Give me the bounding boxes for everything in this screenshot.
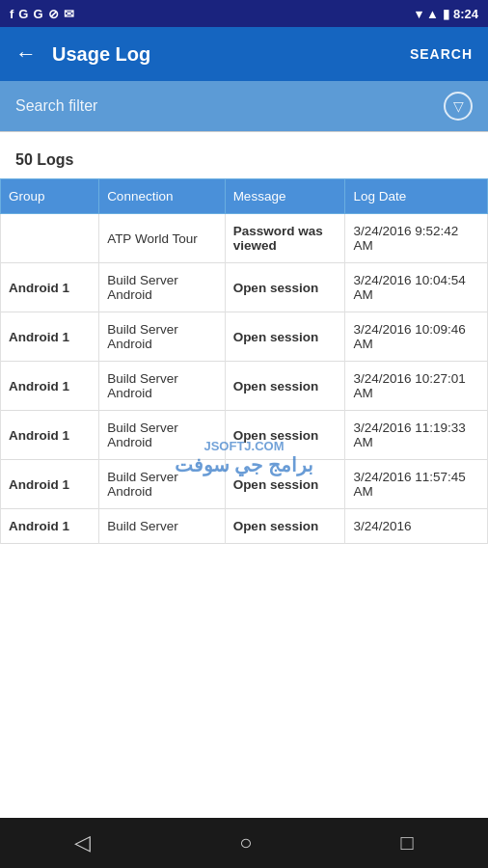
log-table: Group Connection Message Log Date ATP Wo… [0,178,488,544]
cell-connection: Build Server Android [99,411,226,460]
search-filter-bar: Search filter ▽ [0,81,488,131]
cell-connection: Build Server Android [99,460,226,509]
app-bar: ← Usage Log SEARCH [0,27,488,81]
signal-block-icon: ⊘ [48,7,59,21]
search-filter-text[interactable]: Search filter [15,97,444,115]
cell-connection: Build Server Android [99,312,226,362]
page-title: Usage Log [52,43,410,66]
cell-group [1,214,99,263]
cell-logdate: 3/24/2016 11:19:33 AM [345,411,488,460]
cell-message: Open session [225,263,345,312]
cell-logdate: 3/24/2016 11:57:45 AM [345,460,488,509]
email-icon: ✉ [64,7,74,21]
filter-dropdown-icon[interactable]: ▽ [444,92,473,121]
column-message: Message [225,179,345,214]
cell-group: Android 1 [1,509,99,544]
time-display: 8:24 [453,7,478,21]
bottom-navigation: ◁ ○ □ [0,818,488,868]
cell-logdate: 3/24/2016 10:09:46 AM [345,312,488,362]
table-body: ATP World TourPassword was viewed3/24/20… [1,214,488,544]
chevron-down-icon: ▽ [453,98,464,114]
column-group: Group [1,179,99,214]
search-button[interactable]: SEARCH [410,46,473,62]
cell-logdate: 3/24/2016 [345,509,488,544]
cell-connection: Build Server Android [99,263,226,312]
back-button[interactable]: ← [15,41,37,67]
table-row: Android 1Build Server AndroidOpen sessio… [1,263,488,312]
status-bar-right: ▾ ▲ ▮ 8:24 [416,7,478,21]
cell-group: Android 1 [1,263,99,312]
cell-message: Open session [225,509,345,544]
status-bar-left: f G G ⊘ ✉ [10,7,74,21]
cell-connection: ATP World Tour [99,214,226,263]
cell-connection: Build Server [99,509,226,544]
cell-message: Open session [225,411,345,460]
table-row: Android 1Build Server AndroidOpen sessio… [1,411,488,460]
cell-logdate: 3/24/2016 10:27:01 AM [345,362,488,411]
facebook-icon: f [10,7,14,21]
table-row: ATP World TourPassword was viewed3/24/20… [1,214,488,263]
column-connection: Connection [99,179,226,214]
google-icon: G [18,7,28,21]
signal-icon: ▲ [426,7,439,21]
table-header: Group Connection Message Log Date [1,179,488,214]
nav-recent-button[interactable]: □ [401,830,414,855]
cell-group: Android 1 [1,460,99,509]
google-g-icon: G [33,7,42,21]
cell-logdate: 3/24/2016 9:52:42 AM [345,214,488,263]
cell-logdate: 3/24/2016 10:04:54 AM [345,263,488,312]
cell-group: Android 1 [1,362,99,411]
table-row: Android 1Build ServerOpen session3/24/20… [1,509,488,544]
cell-message: Open session [225,460,345,509]
log-count: 50 Logs [0,144,488,178]
cell-group: Android 1 [1,312,99,362]
table-row: Android 1Build Server AndroidOpen sessio… [1,312,488,362]
table-row: Android 1Build Server AndroidOpen sessio… [1,362,488,411]
nav-home-button[interactable]: ○ [239,830,252,855]
nav-back-button[interactable]: ◁ [74,830,91,855]
table-row: Android 1Build Server AndroidOpen sessio… [1,460,488,509]
cell-message: Password was viewed [225,214,345,263]
main-content: 50 Logs Group Connection Message Log Dat… [0,132,488,556]
cell-message: Open session [225,362,345,411]
cell-group: Android 1 [1,411,99,460]
status-bar: f G G ⊘ ✉ ▾ ▲ ▮ 8:24 [0,0,488,27]
cell-connection: Build Server Android [99,362,226,411]
cell-message: Open session [225,312,345,362]
wifi-icon: ▾ [416,7,422,21]
column-logdate: Log Date [345,179,488,214]
battery-icon: ▮ [443,7,449,21]
